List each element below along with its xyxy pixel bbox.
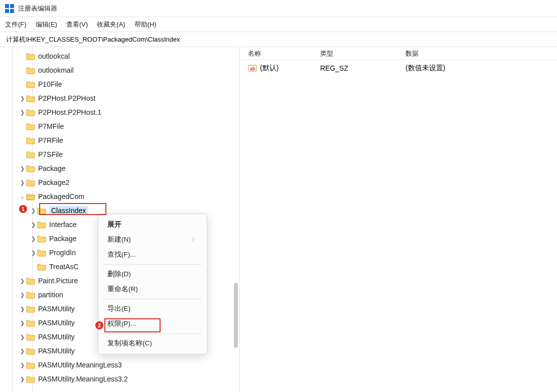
tree-node[interactable]: ❯PASMUtility.MeaningLess3	[0, 358, 239, 372]
cm-new[interactable]: 新建(N) 〉	[98, 232, 207, 247]
tree-node[interactable]: ❯Package2	[0, 175, 239, 189]
tree-scrollbar-thumb[interactable]	[234, 283, 238, 348]
cm-delete-label: 删除(D)	[107, 270, 131, 279]
chevron-right-icon[interactable]: ❯	[18, 305, 26, 313]
folder-icon	[37, 221, 46, 229]
chevron-right-icon[interactable]: ❯	[29, 249, 37, 257]
cm-copy-key-name[interactable]: 复制项名称(C)	[98, 336, 207, 351]
tree-node-label: Package2	[38, 178, 69, 186]
tree-node-label: P7RFile	[38, 136, 63, 144]
chevron-right-icon: 〉	[192, 236, 198, 244]
menu-edit[interactable]: 编辑(E)	[36, 20, 57, 29]
folder-icon	[26, 305, 35, 313]
chevron-right-icon[interactable]: ❯	[29, 235, 37, 243]
cm-rename[interactable]: 重命名(R)	[98, 282, 207, 297]
chevron-right-icon[interactable]: ❯	[18, 319, 26, 327]
cm-expand[interactable]: 展开	[98, 217, 207, 232]
chevron-right-icon[interactable]: ❯	[18, 361, 26, 369]
cm-new-label: 新建(N)	[107, 235, 131, 244]
folder-icon	[26, 52, 35, 60]
tree-node-label: partition	[38, 291, 63, 299]
chevron-right-icon[interactable]: ❯	[18, 164, 26, 172]
svg-rect-1	[10, 4, 14, 8]
cm-separator	[103, 333, 202, 334]
tree-node[interactable]: P7MFile	[0, 119, 239, 133]
annotation-marker-1-label: 1	[22, 207, 25, 212]
cm-separator	[103, 264, 202, 265]
chevron-right-icon[interactable]: ❯	[18, 277, 26, 285]
address-bar[interactable]: 计算机\HKEY_CLASSES_ROOT\PackagedCom\ClassI…	[0, 32, 557, 47]
string-value-icon: ab	[248, 64, 257, 72]
folder-icon	[37, 263, 46, 271]
annotation-marker-2: 2	[95, 321, 103, 329]
value-header: 名称 类型 数据	[240, 47, 557, 60]
titlebar: 注册表编辑器	[0, 0, 557, 17]
tree-node-label: PASMUtility	[38, 347, 75, 355]
chevron-right-icon[interactable]: ❯	[18, 108, 26, 116]
tree-node-label: PASMUtility	[38, 305, 75, 313]
menu-file[interactable]: 文件(F)	[5, 20, 27, 29]
folder-icon	[26, 277, 35, 285]
menu-favorites[interactable]: 收藏夹(A)	[97, 20, 125, 29]
chevron-right-icon[interactable]: ❯	[18, 347, 26, 355]
folder-icon	[26, 94, 35, 102]
svg-text:ab: ab	[250, 66, 255, 71]
cm-find[interactable]: 查找(F)...	[98, 247, 207, 262]
tree-node[interactable]: P7SFile	[0, 147, 239, 161]
svg-rect-0	[5, 4, 9, 8]
value-header-name[interactable]: 名称	[240, 49, 320, 58]
tree-node-label: ProgIdIn	[49, 249, 76, 257]
tree-node-label: Paint.Picture	[38, 277, 78, 285]
value-header-type[interactable]: 类型	[320, 49, 405, 58]
tree-node-label: Package	[49, 235, 76, 243]
tree-node-label: TreatAsC	[49, 263, 79, 271]
tree-node[interactable]: ❯Package	[0, 161, 239, 175]
cm-permissions-label: 权限(P)...	[107, 319, 136, 328]
tree-node-label: Interface	[49, 221, 76, 229]
tree-scrollbar[interactable]	[233, 102, 238, 348]
menu-view[interactable]: 查看(V)	[66, 20, 88, 29]
tree-node-label: P7SFile	[38, 150, 63, 158]
tree-node[interactable]: ❯PASMUtility.MeaningLess3.2	[0, 372, 239, 386]
tree-node-label: PASMUtility.MeaningLess3.2	[38, 375, 127, 383]
cm-separator	[103, 299, 202, 299]
cm-find-label: 查找(F)...	[107, 250, 136, 259]
value-data: (数值未设置)	[405, 64, 557, 73]
chevron-right-icon[interactable]: ❯	[18, 178, 26, 186]
chevron-right-icon[interactable]: ❯	[18, 291, 26, 299]
chevron-right-icon[interactable]: ❯	[29, 221, 37, 229]
tree-node[interactable]: ⌄PackagedCom	[0, 189, 239, 204]
cm-permissions[interactable]: 权限(P)...	[98, 316, 207, 331]
chevron-right-icon[interactable]: ❯	[18, 375, 26, 383]
folder-icon	[26, 347, 35, 355]
chevron-right-icon[interactable]: ❯	[29, 207, 37, 215]
folder-icon	[26, 361, 35, 369]
tree-node-label: PackagedCom	[38, 192, 84, 201]
value-row[interactable]: ab (默认) REG_SZ (数值未设置)	[240, 60, 557, 76]
tree-node-label: P10File	[38, 80, 62, 88]
folder-icon	[26, 178, 35, 186]
chevron-right-icon[interactable]: ❯	[18, 333, 26, 341]
value-pane: 名称 类型 数据 ab (默认) REG_SZ (数值未设置)	[240, 47, 557, 392]
tree-node[interactable]: ❯P2PHost.P2PHost	[0, 91, 239, 105]
tree-node[interactable]: ❯P2PHost.P2PHost.1	[0, 105, 239, 119]
tree-node[interactable]: P7RFile	[0, 133, 239, 147]
tree-node-label: outlookmail	[38, 66, 74, 74]
value-header-data[interactable]: 数据	[405, 49, 557, 58]
svg-rect-3	[10, 9, 14, 13]
cm-export[interactable]: 导出(E)	[98, 301, 207, 316]
cm-delete[interactable]: 删除(D)	[98, 267, 207, 282]
tree-node[interactable]: outlookmail	[0, 63, 239, 77]
folder-icon	[26, 333, 35, 341]
folder-icon	[37, 207, 46, 215]
tree-node[interactable]: outlookcal	[0, 49, 239, 63]
chevron-right-icon[interactable]: ❯	[18, 94, 26, 102]
cm-expand-label: 展开	[107, 220, 121, 229]
tree-node[interactable]: P10File	[0, 77, 239, 91]
chevron-down-icon[interactable]: ⌄	[18, 192, 26, 201]
app-icon	[5, 4, 14, 13]
main-area: outlookcaloutlookmailP10File❯P2PHost.P2P…	[0, 47, 557, 392]
context-menu: 展开 新建(N) 〉 查找(F)... 删除(D) 重命名(R) 导出(E) 权…	[98, 214, 207, 354]
menu-help[interactable]: 帮助(H)	[134, 20, 157, 29]
cm-copy-key-label: 复制项名称(C)	[107, 339, 152, 348]
